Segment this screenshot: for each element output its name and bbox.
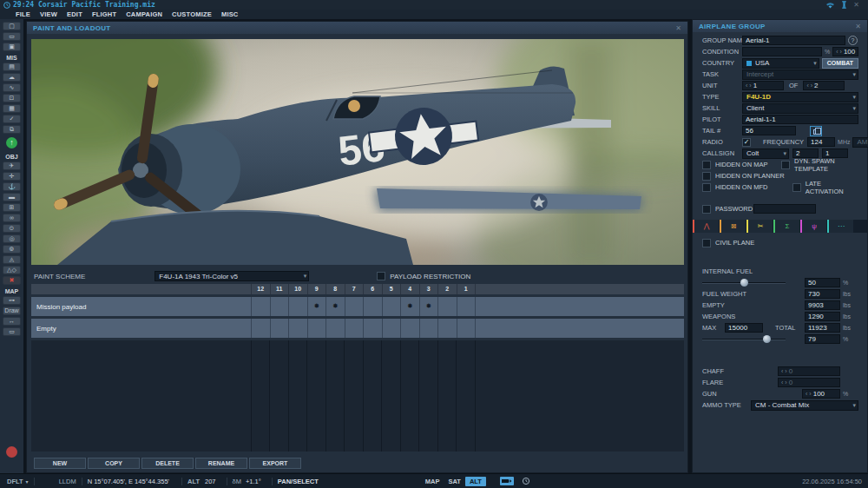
menu-file[interactable]: FILE bbox=[16, 10, 30, 18]
new-button[interactable]: NEW bbox=[34, 458, 86, 469]
type-select[interactable]: F4U-1D ▾ bbox=[742, 92, 858, 102]
unit-count-stepper[interactable]: ‹ › 1 bbox=[742, 81, 784, 90]
payload-restriction-checkbox[interactable] bbox=[377, 272, 385, 280]
total-weight-input[interactable] bbox=[805, 323, 840, 333]
password-checkbox[interactable] bbox=[702, 205, 711, 214]
ammo-type-select[interactable]: CM - Combat Mix ▾ bbox=[751, 400, 858, 411]
menu-edit[interactable]: EDIT bbox=[67, 10, 82, 18]
add-airplane-button[interactable]: ✈ bbox=[3, 162, 21, 170]
delete-button[interactable]: DELETE bbox=[141, 458, 194, 469]
combat-button[interactable]: COMBAT bbox=[822, 58, 858, 69]
condition-input[interactable] bbox=[742, 47, 822, 56]
radio-checkbox[interactable]: ✓ bbox=[742, 138, 751, 147]
validate-button[interactable]: ✓ bbox=[3, 115, 21, 123]
condition-stepper[interactable]: ‹ › 100 bbox=[832, 47, 858, 56]
tab-payload[interactable]: ✂ bbox=[746, 220, 773, 233]
map-key-button[interactable]: ⊶ bbox=[3, 296, 21, 305]
copy-icon[interactable] bbox=[810, 126, 822, 136]
fly-mission-button[interactable]: ↑ bbox=[6, 137, 17, 148]
stepper-right-icon[interactable]: › bbox=[840, 49, 842, 55]
internal-fuel-slider[interactable] bbox=[702, 278, 786, 287]
weapons-weight-input[interactable] bbox=[805, 312, 840, 321]
tab-summary[interactable]: Σ bbox=[773, 220, 799, 233]
group-panel-close-icon[interactable]: ✕ bbox=[855, 23, 861, 30]
route-tool-button[interactable]: ∿ bbox=[3, 83, 21, 92]
menu-customize[interactable]: CUSTOMIZE bbox=[172, 10, 212, 18]
tab-route[interactable]: ⋀ bbox=[693, 220, 719, 233]
add-ring-zone-button[interactable]: ⊚ bbox=[3, 245, 21, 254]
empty-weight-input[interactable] bbox=[805, 300, 840, 310]
add-shapes-button[interactable]: △◇ bbox=[3, 266, 21, 274]
paint-panel-close-icon[interactable]: ✕ bbox=[675, 24, 681, 32]
pilot-input[interactable] bbox=[742, 115, 858, 124]
open-mission-button[interactable]: ▭ bbox=[3, 32, 21, 41]
exit-button[interactable] bbox=[6, 446, 17, 458]
triggers-button[interactable]: ⧉ bbox=[3, 125, 21, 134]
export-button[interactable]: EXPORT bbox=[249, 458, 301, 469]
group-name-input[interactable] bbox=[742, 36, 845, 45]
delete-object-button[interactable]: ✖ bbox=[3, 276, 21, 285]
chevron-down-icon[interactable]: ▾ bbox=[26, 478, 29, 485]
new-mission-button[interactable]: ▢ bbox=[3, 22, 21, 30]
dyn-spawn-template-checkbox[interactable] bbox=[781, 161, 790, 169]
save-mission-button[interactable]: ▣ bbox=[3, 43, 21, 51]
alt-layer-button[interactable]: ALT bbox=[465, 477, 486, 486]
failures-button[interactable]: ⊡ bbox=[3, 94, 21, 102]
add-zone-button[interactable]: ◎ bbox=[3, 234, 21, 243]
menu-campaign[interactable]: CAMPAIGN bbox=[126, 10, 162, 18]
total-pct-input[interactable] bbox=[805, 334, 840, 344]
stepper-left-icon[interactable]: ‹ bbox=[836, 49, 838, 55]
help-icon[interactable]: ? bbox=[848, 36, 858, 45]
coord-format-label[interactable]: LLDM bbox=[59, 478, 76, 485]
menu-flight[interactable]: FLIGHT bbox=[92, 10, 116, 18]
theme-select[interactable]: DFLT bbox=[7, 478, 23, 485]
measure-tool-icon[interactable] bbox=[500, 477, 514, 485]
briefing-button[interactable]: ▤ bbox=[3, 63, 21, 71]
slider-handle[interactable] bbox=[763, 335, 771, 343]
tab-radio[interactable]: ψ bbox=[800, 220, 826, 233]
unit-total-stepper[interactable]: ‹ › 2 bbox=[803, 81, 845, 90]
add-group-button[interactable]: ∞ bbox=[3, 214, 21, 222]
tab-more[interactable]: ⋯ bbox=[827, 220, 853, 233]
draw-button[interactable]: Draw bbox=[3, 307, 21, 315]
sat-layer-button[interactable]: SAT bbox=[444, 477, 464, 486]
civil-plane-checkbox[interactable] bbox=[702, 239, 711, 247]
map-layer-button[interactable]: MAP bbox=[421, 477, 444, 486]
add-static-button[interactable]: ⊞ bbox=[3, 203, 21, 212]
rename-button[interactable]: RENAME bbox=[195, 458, 247, 469]
payload-row-empty[interactable]: Empty bbox=[31, 319, 684, 338]
payload-row-mission[interactable]: Mission payload ✸ ✸ ✸ ✸ bbox=[31, 297, 684, 316]
tab-loadout[interactable]: ⊠ bbox=[720, 220, 746, 233]
copy-button[interactable]: COPY bbox=[88, 458, 140, 469]
menu-misc[interactable]: MISC bbox=[221, 10, 239, 18]
hidden-on-map-checkbox[interactable] bbox=[702, 161, 711, 169]
tail-number-input[interactable] bbox=[742, 126, 796, 135]
menu-view[interactable]: VIEW bbox=[40, 10, 57, 18]
options-button[interactable]: ▦ bbox=[3, 104, 21, 113]
add-helicopter-button[interactable]: ✢ bbox=[3, 172, 21, 181]
hidden-on-mfd-checkbox[interactable] bbox=[702, 183, 711, 192]
select-rect-button[interactable]: ▭ bbox=[3, 327, 21, 336]
skill-select[interactable]: Client ▾ bbox=[742, 103, 858, 114]
paint-scheme-select[interactable]: F4U-1A 1943 Tri-Color v5 ▾ bbox=[155, 271, 309, 281]
gun-stepper[interactable]: ‹ › 100 bbox=[802, 389, 840, 399]
network-icon[interactable] bbox=[825, 2, 835, 9]
fuel-weight-input[interactable] bbox=[805, 289, 840, 299]
country-select[interactable]: USA ▾ bbox=[742, 58, 819, 69]
callsign-select[interactable]: Colt ▾ bbox=[742, 148, 789, 159]
add-template-button[interactable]: ◬ bbox=[3, 255, 21, 264]
frequency-input[interactable] bbox=[807, 137, 835, 147]
time-settings-icon[interactable] bbox=[519, 477, 533, 485]
late-activation-checkbox[interactable] bbox=[792, 183, 801, 192]
hidden-on-planner-checkbox[interactable] bbox=[702, 172, 711, 181]
total-weight-slider[interactable] bbox=[702, 334, 786, 344]
add-vehicle-button[interactable]: ▬ bbox=[3, 193, 21, 201]
add-ship-button[interactable]: ⚓ bbox=[3, 182, 21, 191]
internal-fuel-input[interactable] bbox=[805, 278, 840, 287]
window-close-icon[interactable]: ✕ bbox=[853, 2, 859, 9]
measure-distance-button[interactable]: ↔ bbox=[3, 317, 21, 326]
weather-button[interactable]: ☁ bbox=[3, 73, 21, 82]
add-waypoint-button[interactable]: ⊙ bbox=[3, 224, 21, 233]
slider-handle[interactable] bbox=[740, 279, 748, 287]
password-input[interactable] bbox=[753, 204, 816, 214]
